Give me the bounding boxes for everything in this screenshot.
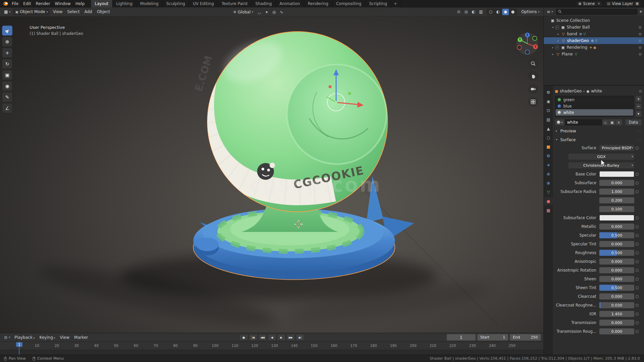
scale-tool[interactable]: ▣	[2, 70, 12, 80]
topbar-menu-window[interactable]: Window	[52, 0, 73, 7]
transform-tool[interactable]: ◉	[2, 81, 12, 91]
panel-drag-handle[interactable]: ::::	[637, 138, 642, 142]
playhead-frame-badge[interactable]: 1	[16, 342, 23, 347]
value-field-transmission-roug[interactable]: 0.000	[599, 328, 634, 334]
animate-dot[interactable]	[636, 225, 639, 228]
value-field-sub-7[interactable]: 0.100	[599, 206, 634, 212]
view-layer-selector[interactable]: ▤ View Layer ▣	[605, 1, 641, 7]
mode-select[interactable]: ▣ Object Mode ▾	[13, 8, 50, 15]
visibility-eye-icon[interactable]: ⊙	[639, 32, 642, 36]
animate-dot[interactable]	[636, 313, 639, 316]
visibility-eye-icon[interactable]: ⊙	[639, 52, 642, 56]
animate-dot[interactable]	[636, 182, 639, 185]
annotate-tool[interactable]: ✎	[2, 92, 12, 102]
world-tab[interactable]: ○	[544, 134, 553, 142]
zoom-button[interactable]	[528, 58, 538, 69]
value-field-metallic[interactable]: 0.000	[599, 224, 634, 230]
next-keyframe-button[interactable]: ▶▶	[286, 334, 295, 340]
shading-wireframe-icon[interactable]: ○	[487, 9, 494, 15]
pin-icon[interactable]: ⊙	[639, 89, 642, 93]
slot-specials-button[interactable]: ▾	[635, 111, 642, 117]
material-slot-green[interactable]: green	[556, 96, 633, 103]
value-field-roughness[interactable]: 0.500	[599, 250, 634, 256]
value-field-sub-6[interactable]: 0.200	[599, 197, 634, 203]
snap-magnet-icon[interactable]: ◡	[256, 9, 263, 15]
value-field-specular-tint[interactable]: 0.000	[599, 241, 634, 247]
breadcrumb-object[interactable]: shaderGeo	[560, 89, 581, 93]
transform-orientation-select[interactable]: ⊕ Global ▾	[231, 8, 255, 15]
color-field-subsurface-color[interactable]	[599, 215, 634, 221]
navigation-gizmo[interactable]: X Y Z	[515, 31, 539, 56]
blender-logo-icon[interactable]	[1, 1, 9, 7]
animate-dot[interactable]	[636, 260, 639, 263]
panel-drag-handle[interactable]: ::::	[637, 129, 642, 133]
frame-ruler[interactable]: 1020304050607080901001101201301401501601…	[0, 342, 544, 350]
expander-icon[interactable]: ▸	[551, 53, 555, 56]
breadcrumb-material[interactable]: white	[591, 89, 602, 93]
modifiers-tab[interactable]: ⚙	[544, 152, 553, 160]
viewport-menu-object[interactable]: Object	[94, 8, 112, 15]
workspace-tab-shading[interactable]: Shading	[252, 0, 276, 7]
outliner-row-band[interactable]: ▸▽band⚙▽⊙	[544, 31, 644, 37]
topbar-menu-help[interactable]: Help	[73, 0, 87, 7]
output-tab[interactable]: ⊡	[544, 107, 553, 114]
animate-dot[interactable]	[636, 147, 639, 150]
camera-view-button[interactable]	[528, 84, 538, 94]
animate-dot[interactable]	[636, 295, 639, 298]
value-field-clearcoat[interactable]: 0.000	[599, 293, 634, 299]
shading-rendered-icon[interactable]: ●	[510, 9, 516, 15]
timeline-editor-type-button[interactable]: ⊙ ▾	[3, 334, 11, 341]
search-input[interactable]	[563, 9, 636, 14]
topbar-menu-file[interactable]: File	[9, 0, 21, 7]
value-field-anisotropic-rotation[interactable]: 0.000	[599, 267, 634, 273]
timeline-menu-marker[interactable]: Marker	[72, 334, 90, 341]
value-field-ior[interactable]: 1.450	[599, 311, 634, 317]
cursor-tool[interactable]: ⊕	[2, 37, 12, 47]
workspace-tab-uv-editing[interactable]: UV Editing	[189, 0, 218, 7]
jump-to-start-button[interactable]: |◀	[249, 334, 257, 340]
dropdown-ggx[interactable]: GGX▾	[568, 154, 634, 160]
collection-checkbox[interactable]: ✓	[555, 26, 559, 29]
shading-solid-icon[interactable]: ◐	[495, 9, 501, 15]
visibility-eye-icon[interactable]: ⊙	[639, 25, 642, 30]
outliner-row-scene-collection[interactable]: ▣Scene Collection	[544, 17, 644, 24]
object-visibility-icon[interactable]: ⊙	[455, 9, 462, 15]
animate-dot[interactable]	[636, 190, 639, 193]
gizmo-plane-handle-y[interactable]	[348, 92, 351, 95]
value-field-sheen-tint[interactable]: 0.500	[599, 285, 634, 291]
outliner-row-shader-ball[interactable]: ▾✓▣Shader Ball⊙	[544, 24, 644, 31]
viewport-3d[interactable]: ▦ ▾ ▣ Object Mode ▾ ViewSelectAddObject …	[0, 7, 544, 333]
filter-icon[interactable]: ▼	[640, 10, 642, 13]
render-tab[interactable]: ◉	[544, 97, 553, 105]
collection-checkbox[interactable]: ✓	[555, 46, 559, 49]
preview-panel-header[interactable]: ▸ Preview ::::	[555, 127, 642, 135]
scene-tab[interactable]: ▲	[544, 125, 553, 132]
proportional-editing-icon[interactable]: ◎	[271, 9, 278, 15]
rotate-tool[interactable]: ↻	[2, 59, 12, 69]
value-field-subsurface-radius[interactable]: 1.000	[599, 189, 634, 195]
gizmos-icon[interactable]: ◎	[463, 9, 470, 15]
animate-dot[interactable]	[636, 330, 639, 333]
material-name-field[interactable]: white	[564, 119, 602, 126]
add-workspace-button[interactable]: +	[391, 0, 400, 7]
workspace-tab-modeling[interactable]: Modeling	[136, 0, 163, 7]
timeline-menu-view[interactable]: View	[57, 334, 72, 341]
new-material-button[interactable]: ▣	[609, 119, 616, 126]
topbar-menu-edit[interactable]: Edit	[21, 0, 33, 7]
scene-selector[interactable]: ▣ Scene ×	[576, 1, 603, 7]
workspace-tab-texture-paint[interactable]: Texture Paint	[218, 0, 251, 7]
workspace-tab-layout[interactable]: Layout	[91, 0, 113, 7]
texture-tab[interactable]: ▦	[544, 206, 553, 214]
timeline-menu-playback[interactable]: Playback ▾	[12, 334, 37, 341]
color-field-base-color[interactable]	[599, 171, 634, 177]
material-slot-blue[interactable]: blue	[556, 103, 633, 109]
editor-type-button[interactable]: ▦ ▾	[2, 8, 12, 15]
workspace-tab-scripting[interactable]: Scripting	[365, 0, 391, 7]
options-button[interactable]: Options ▾	[519, 8, 541, 15]
material-tab[interactable]: ●	[544, 197, 553, 205]
timeline-ruler-area[interactable]: 1020304050607080901001101201301401501601…	[0, 342, 544, 355]
object-tab[interactable]: ■	[544, 143, 553, 151]
remove-slot-button[interactable]: −	[635, 103, 642, 110]
value-field-anisotropic[interactable]: 0.000	[599, 258, 634, 265]
data-path-button[interactable]: Data	[625, 119, 642, 126]
